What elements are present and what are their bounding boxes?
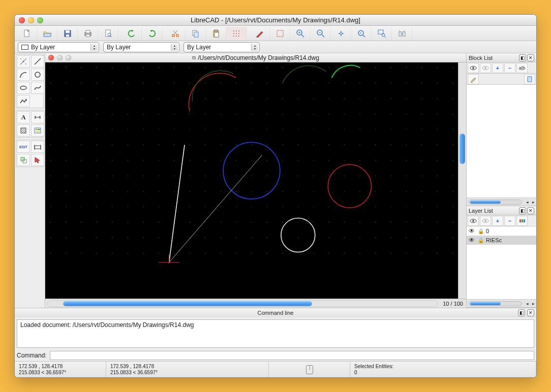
layer-remove-button[interactable]: −: [504, 216, 515, 226]
layer-list-tools: + −: [467, 215, 536, 226]
svg-rect-6: [86, 35, 90, 37]
undo-button[interactable]: [121, 27, 142, 40]
block-list-close-button[interactable]: ✕: [527, 54, 534, 61]
paste-button[interactable]: [206, 27, 226, 40]
svg-point-358: [437, 222, 438, 223]
command-close-button[interactable]: ✕: [527, 309, 534, 316]
layer-hide-all-icon[interactable]: [480, 216, 491, 226]
block-rename-button[interactable]: a|b: [516, 63, 528, 73]
zoom-out-button[interactable]: [311, 27, 331, 40]
layer-mini-scroll[interactable]: [469, 301, 522, 306]
cut-button[interactable]: [165, 27, 186, 40]
text-tool[interactable]: A: [17, 111, 30, 123]
command-undock-button[interactable]: ◧: [518, 309, 525, 316]
svg-point-108: [328, 83, 329, 84]
command-input[interactable]: [50, 351, 534, 360]
svg-point-137: [359, 98, 360, 99]
zoom-pan-button[interactable]: [392, 27, 412, 40]
layer-list-foot: ◂ ▸: [467, 299, 536, 307]
new-file-button[interactable]: [17, 27, 37, 40]
draft-mode-button[interactable]: [250, 27, 270, 40]
svg-point-194: [406, 129, 407, 130]
layer-show-all-icon[interactable]: [468, 216, 479, 226]
vertical-scroll-thumb[interactable]: [460, 134, 465, 164]
block-tool[interactable]: [17, 154, 30, 166]
point-tool[interactable]: [17, 55, 30, 68]
spline-tool[interactable]: [31, 82, 44, 94]
svg-point-353: [359, 222, 360, 223]
minimize-window-button[interactable]: [28, 17, 34, 23]
image-tool[interactable]: [31, 124, 44, 137]
print-button[interactable]: [78, 27, 98, 40]
lock-icon[interactable]: 🔒: [478, 228, 484, 234]
svg-point-385: [437, 237, 438, 238]
eye-icon[interactable]: 👁: [469, 237, 476, 244]
dimension-tool[interactable]: [31, 111, 44, 123]
layer-color-combo[interactable]: By Layer: [18, 42, 99, 52]
zoom-window-tool-button[interactable]: [372, 27, 392, 40]
block-edit-button[interactable]: [468, 74, 479, 84]
block-visible-icon[interactable]: [468, 63, 479, 73]
svg-point-109: [344, 83, 345, 84]
block-insert-button[interactable]: [524, 74, 535, 84]
svg-point-324: [328, 206, 329, 207]
zoom-previous-button[interactable]: [351, 27, 372, 40]
svg-point-94: [112, 83, 113, 84]
block-add-button[interactable]: +: [492, 63, 503, 73]
layer-row[interactable]: 👁 🔒 RIESc: [467, 236, 536, 245]
layer-list-undock-button[interactable]: ◧: [519, 207, 526, 214]
polyline-tool[interactable]: [17, 95, 30, 107]
doc-close-button[interactable]: [48, 55, 54, 60]
horizontal-scrollbar[interactable]: [47, 300, 438, 307]
svg-point-101: [220, 83, 221, 84]
svg-point-90: [50, 83, 51, 84]
ellipse-tool[interactable]: [17, 82, 30, 94]
layer-row[interactable]: 👁 🔒 0: [467, 226, 536, 236]
svg-point-207: [189, 145, 190, 146]
zoom-window-button[interactable]: [37, 17, 43, 23]
redo-button[interactable]: [142, 27, 162, 40]
vertical-scrollbar[interactable]: [458, 62, 466, 299]
info-tool[interactable]: [31, 141, 44, 153]
doc-zoom-button[interactable]: [66, 55, 71, 60]
svg-point-217: [344, 145, 345, 146]
layer-scroll-left[interactable]: ◂: [524, 301, 530, 306]
svg-point-178: [158, 129, 159, 130]
svg-point-348: [282, 222, 283, 223]
redraw-button[interactable]: [270, 27, 290, 40]
block-mini-scroll[interactable]: [469, 200, 522, 205]
block-hidden-icon[interactable]: [480, 63, 491, 73]
line-width-value: By Layer: [187, 44, 211, 51]
close-window-button[interactable]: [19, 17, 25, 23]
copy-button[interactable]: [186, 27, 206, 40]
block-list-undock-button[interactable]: ◧: [519, 54, 526, 61]
block-remove-button[interactable]: −: [504, 63, 515, 73]
save-file-button[interactable]: [57, 27, 78, 40]
drawing-canvas[interactable]: [45, 62, 458, 299]
lock-icon[interactable]: 🔒: [478, 238, 484, 243]
block-scroll-right[interactable]: ▸: [530, 200, 536, 205]
open-file-button[interactable]: [37, 27, 57, 40]
hatch-tool[interactable]: [17, 124, 30, 137]
print-preview-button[interactable]: [98, 27, 118, 40]
line-type-combo[interactable]: By Layer: [103, 42, 179, 52]
circle-tool[interactable]: [31, 69, 44, 81]
layer-edit-button[interactable]: [516, 216, 528, 226]
arc-tool[interactable]: [17, 69, 30, 81]
zoom-in-button[interactable]: [290, 27, 311, 40]
grid-toggle-button[interactable]: [226, 27, 247, 40]
doc-minimize-button[interactable]: [57, 55, 63, 60]
block-scroll-left[interactable]: ◂: [524, 200, 530, 205]
horizontal-scroll-thumb[interactable]: [63, 301, 312, 306]
layer-add-button[interactable]: +: [492, 216, 503, 226]
svg-point-380: [359, 237, 360, 238]
line-tool[interactable]: [31, 55, 44, 68]
layer-scroll-right[interactable]: ▸: [530, 301, 536, 306]
eye-icon[interactable]: 👁: [469, 227, 476, 235]
select-tool[interactable]: [31, 154, 44, 166]
zoom-auto-button[interactable]: [331, 27, 351, 40]
svg-point-65: [81, 67, 82, 68]
modify-tool[interactable]: EDIT: [17, 141, 30, 153]
layer-list-close-button[interactable]: ✕: [527, 207, 534, 214]
line-width-combo[interactable]: By Layer: [183, 42, 260, 52]
